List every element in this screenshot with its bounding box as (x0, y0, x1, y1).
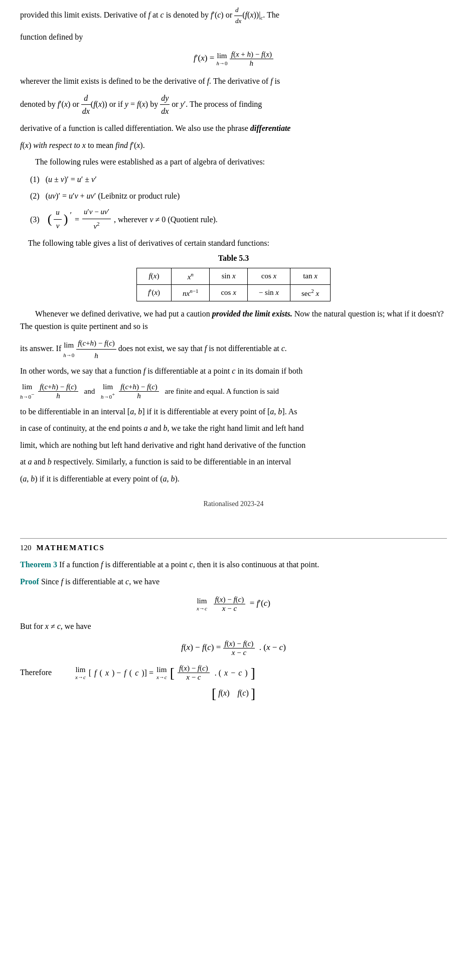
derivatives-table: f(x) xn sin x cos x tan x f′(x) nxn−1 co… (136, 268, 331, 301)
a-b-open-paragraph: (a, b) if it is differentiable at every … (20, 472, 447, 485)
table-header-row: f(x) xn sin x cos x tan x (136, 268, 330, 284)
therefore-row: Therefore lim x→c [f(x) − f(c)] = lim x→… (20, 664, 447, 682)
rationalised-text: Rationalised 2023-24 (20, 500, 447, 508)
top-paragraph: provided this limit exists. Derivative o… (20, 5, 447, 27)
in-other-words: In other words, we say that a function f… (20, 365, 447, 378)
col-xn: xn (172, 268, 210, 284)
whenever-paragraph: Whenever we defined derivative, we had p… (20, 307, 447, 333)
page-info: 120 MATHEMATICS (20, 544, 447, 552)
its-answer-paragraph: its answer. If lim h→0 f(c+h) − f(c) h d… (20, 337, 447, 362)
differentiation-paragraph: derivative of a function is called diffe… (20, 122, 447, 135)
derivative-formula-display: f′(x) = lim h→0 f(x + h) − f(x) h (20, 50, 447, 68)
col-fprimex: f′(x) (136, 284, 171, 301)
to-be-diff-paragraph: to be differentiable in an interval [a, … (20, 405, 447, 418)
limit-fc: lim h→0 (63, 339, 74, 360)
limit-operator: lim h→0 (217, 52, 228, 66)
page-content: provided this limit exists. Derivative o… (0, 0, 467, 711)
col-nxn1: nxn−1 (172, 284, 210, 301)
col-negsinx: − sin x (247, 284, 290, 301)
wherever-paragraph: wherever the limit exists is defined to … (20, 75, 447, 88)
theorem3-paragraph: Theorem 3 If a function f is differentia… (20, 558, 447, 571)
theorem3-label: Theorem 3 (20, 560, 57, 569)
rule-2: (2) (uv)′ = u′v + uv′ (Leibnitz or produ… (30, 189, 447, 203)
at-a-b-paragraph: at a and b respectively. Similarly, a fu… (20, 455, 447, 468)
following-rules-paragraph: The following rules were established as … (20, 155, 447, 169)
page-divider (20, 538, 447, 539)
in-case-paragraph: in case of continuity, at the end points… (20, 422, 447, 435)
table-data-row: f′(x) nxn−1 cos x − sin x sec2 x (136, 284, 330, 301)
rule-1: (1) (u ± v)′ = u′ ± v′ (30, 173, 447, 186)
table-intro: The following table gives a list of deri… (20, 237, 447, 250)
col-fx: f(x) (136, 268, 171, 284)
page-number: 120 (20, 544, 32, 552)
col-cosx-val: cos x (210, 284, 247, 301)
fc-fraction: f(c+h) − f(c) h (76, 337, 116, 362)
proof-formula-1: lim x→c f(x) − f(c) x − c = f′(c) (20, 595, 447, 613)
subject-label: MATHEMATICS (37, 544, 105, 552)
but-for-paragraph: But for x ≠ c, we have (20, 620, 447, 633)
col-cosx: cos x (247, 268, 290, 284)
bottom-cut-off: [ f(x) f(c) ] (20, 687, 447, 701)
proof-label: Proof (20, 577, 39, 586)
rules-list: (1) (u ± v)′ = u′ ± v′ (2) (uv)′ = u′v +… (30, 173, 447, 233)
two-limits-row: lim h→0− f(c+h) − f(c) h and lim h→0+ f(… (20, 383, 447, 400)
col-sinx: sin x (210, 268, 247, 284)
rule-3: (3) ( u v ) ′ = u′v − uv′ v2 , wherever … (30, 206, 447, 233)
function-defined-by: function defined by (20, 31, 447, 44)
quotient-fraction: u′v − uv′ v2 (82, 206, 111, 233)
table-caption: Table 5.3 (20, 254, 447, 263)
limit-which-paragraph: limit, which are nothing but left hand d… (20, 439, 447, 452)
formula-fraction: f(x + h) − f(x) h (230, 50, 273, 68)
col-tanx: tan x (290, 268, 331, 284)
proof-paragraph-1: Proof Since f is differentiable at c, we… (20, 575, 447, 588)
fx-with-respect: f(x) with respect to x to mean find f′(x… (20, 139, 447, 152)
proof-formula-2: f(x) − f(c) = f(x) − f(c) x − c . (x − c… (20, 639, 447, 657)
denoted-paragraph: denoted by f′(x) or d dx (f(x)) or if y … (20, 92, 447, 118)
col-sec2x: sec2 x (290, 284, 331, 301)
